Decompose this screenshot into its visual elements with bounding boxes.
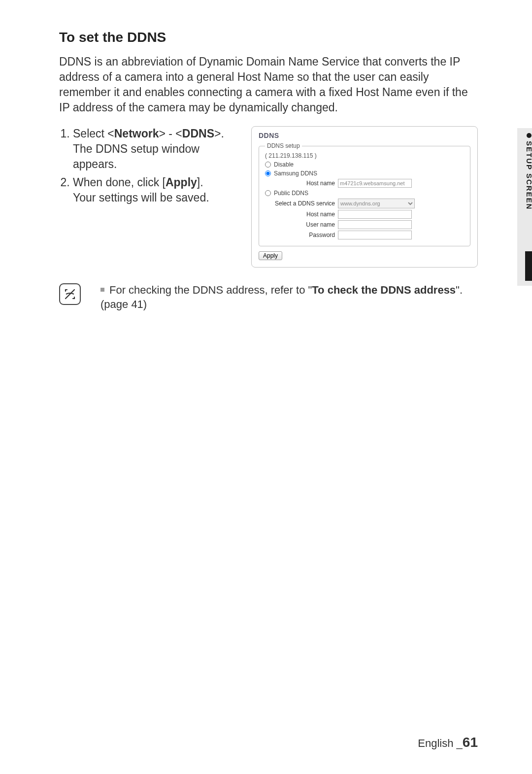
user-label: User name [272, 221, 335, 228]
service-select[interactable]: www.dyndns.org [338, 199, 415, 208]
samsung-host-label: Host name [272, 180, 335, 187]
radio-samsung[interactable] [265, 170, 271, 176]
note-text: For checking the DDNS address, refer to … [100, 283, 478, 311]
password-label: Password [272, 232, 335, 238]
step1-kw-ddns: DDNS [182, 127, 214, 140]
radio-samsung-label: Samsung DDNS [274, 170, 317, 177]
user-input[interactable] [338, 220, 412, 229]
ddns-setup-fieldset: DDNS setup ( 211.219.138.115 ) Disable S… [259, 142, 470, 246]
side-tab-dot-icon [527, 133, 532, 138]
public-host-label: Host name [272, 211, 335, 218]
samsung-host-input[interactable] [338, 179, 412, 188]
step2-kw-apply: Apply [166, 176, 197, 189]
steps-list: Select <Network> - <DDNS>. The DDNS setu… [59, 126, 232, 205]
footer-lang: English _ [418, 737, 463, 749]
step-2: When done, click [Apply]. Your settings … [73, 175, 232, 205]
bullet-icon [100, 288, 104, 292]
page-title: To set the DDNS [59, 30, 478, 45]
radio-public-label: Public DDNS [274, 190, 308, 197]
apply-button[interactable]: Apply [259, 251, 282, 260]
ip-address: ( 211.219.138.115 ) [265, 152, 464, 159]
note-bold: To check the DDNS address [312, 284, 456, 296]
radio-public[interactable] [265, 190, 271, 196]
step1-sub: The DDNS setup window appears. [73, 142, 200, 170]
radio-disable-label: Disable [274, 161, 294, 168]
side-tab-label: SETUP SCREEN [525, 141, 532, 210]
step-1: Select <Network> - <DDNS>. The DDNS setu… [73, 126, 232, 172]
step2-sub: Your settings will be saved. [73, 191, 209, 204]
step1-text: Select < [73, 127, 114, 140]
note-icon [59, 283, 81, 305]
side-tab-marker [525, 251, 532, 281]
fieldset-legend: DDNS setup [265, 142, 302, 149]
password-input[interactable] [338, 231, 412, 239]
ddns-panel: DDNS DDNS setup ( 211.219.138.115 ) Disa… [251, 126, 478, 268]
page-footer: English _61 [418, 735, 478, 750]
step1-kw-network: Network [114, 127, 159, 140]
footer-page-number: 61 [463, 735, 478, 750]
radio-disable[interactable] [265, 162, 271, 168]
panel-title: DDNS [259, 132, 470, 139]
intro-paragraph: DDNS is an abbreviation of Dynamic Domai… [59, 54, 478, 115]
service-label: Select a DDNS service [272, 200, 335, 207]
public-host-input[interactable] [338, 210, 412, 219]
